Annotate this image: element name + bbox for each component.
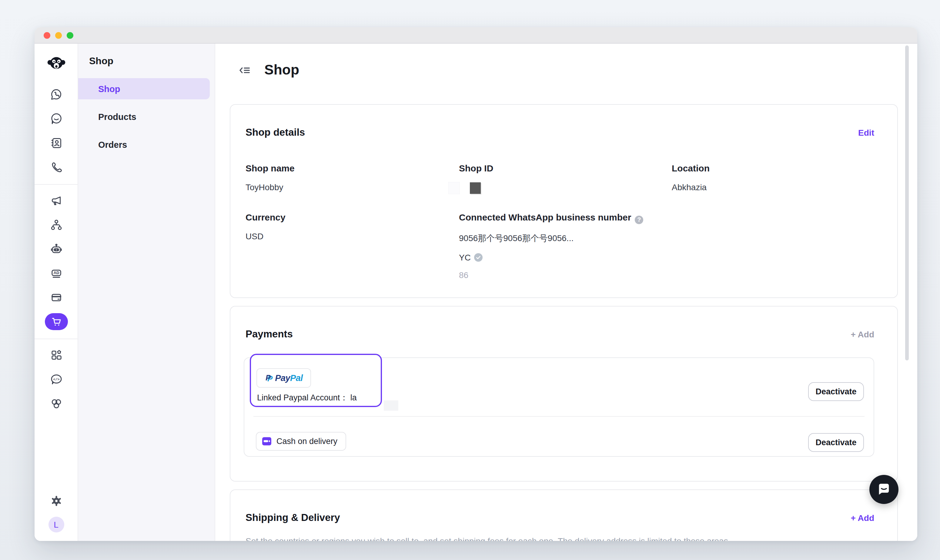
cash-on-delivery-deactivate-button[interactable]: Deactivate — [808, 433, 864, 452]
row-divider — [253, 416, 864, 417]
shipping-delivery-card: Shipping & Delivery + Add Set the countr… — [230, 489, 898, 541]
calls-phone-icon[interactable] — [44, 159, 68, 176]
whatsapp-name-text: YC — [459, 252, 471, 262]
whatsapp-number-label: Connected WhatsApp business number? — [459, 212, 643, 224]
primary-sidebar: AD — [35, 44, 78, 541]
window-titlebar — [35, 27, 917, 44]
app-window: AD — [35, 27, 917, 541]
svg-text:AD: AD — [53, 271, 59, 275]
cash-on-delivery-label: Cash on delivery — [276, 437, 337, 446]
location-label: Location — [672, 163, 710, 173]
developer-code-icon[interactable]: </> — [44, 371, 68, 388]
sidebar-item-label: Shop — [98, 84, 120, 94]
paypal-logo-chip: P P PayPal — [256, 368, 311, 388]
sidebar-section-title: Shop — [78, 56, 215, 67]
fullscreen-button[interactable] — [67, 32, 73, 38]
shipping-description: Set the countries or regions you wish to… — [245, 536, 728, 541]
user-avatar[interactable]: L — [48, 517, 64, 532]
integrations-icon[interactable] — [44, 395, 68, 412]
paypal-deactivate-button[interactable]: Deactivate — [808, 382, 864, 401]
brand-monkey-logo-icon[interactable] — [44, 54, 68, 71]
support-chat-launcher-button[interactable] — [869, 475, 898, 504]
whatsapp-number-field: Connected WhatsApp business number? 9056… — [459, 212, 643, 280]
sidebar-divider — [35, 184, 78, 185]
svg-text:</>: </> — [53, 377, 59, 381]
automation-bot-icon[interactable] — [44, 240, 68, 257]
shipping-title: Shipping & Delivery — [245, 512, 340, 523]
whatsapp-account-name: YC — [459, 252, 643, 262]
payments-card-icon[interactable] — [44, 289, 68, 306]
paypal-emblem-icon: P P — [265, 372, 274, 383]
currency-value: USD — [245, 231, 286, 241]
shop-details-card: Shop details Edit Shop name ToyHobby Sho… — [230, 104, 898, 298]
shop-name-value: ToyHobby — [245, 182, 295, 192]
chat-bubble-icon — [876, 482, 892, 497]
currency-label: Currency — [245, 212, 286, 222]
desktop-background: AD — [0, 0, 940, 560]
broadcast-megaphone-icon[interactable] — [44, 192, 68, 209]
page-title: Shop — [264, 62, 299, 78]
shop-name-label: Shop name — [245, 163, 295, 173]
paypal-wordmark: PayPal — [275, 373, 303, 383]
secondary-sidebar: Shop Shop Products Orders — [78, 44, 215, 541]
cash-on-delivery-chip: Cash on delivery — [256, 432, 346, 451]
close-button[interactable] — [44, 32, 50, 38]
contacts-icon[interactable] — [44, 134, 68, 151]
whatsapp-phone-partial: 86 — [459, 270, 643, 280]
sidebar-item-products[interactable]: Products — [78, 106, 210, 127]
cash-icon — [262, 437, 272, 446]
sidebar-item-label: Orders — [98, 140, 127, 149]
live-chat-icon[interactable] — [44, 110, 68, 127]
flow-builder-icon[interactable] — [44, 216, 68, 233]
sidebar-item-label: Products — [98, 112, 136, 122]
shop-id-field: Shop ID — [459, 163, 493, 173]
shop-id-label: Shop ID — [459, 163, 493, 173]
whatsapp-number-value: 9056那个号9056那个号9056... — [459, 233, 643, 244]
minimize-button[interactable] — [55, 32, 62, 38]
paypal-linked-account-text: Linked Paypal Account： la — [257, 392, 357, 403]
shop-details-title: Shop details — [245, 126, 305, 138]
shop-id-redacted-value — [449, 182, 481, 194]
redaction-block — [384, 400, 398, 411]
payments-card: Payments + Add Deactivate Cash — [230, 306, 898, 482]
whatsapp-channel-icon[interactable] — [44, 86, 68, 103]
whatsapp-label-text: Connected WhatsApp business number — [459, 212, 631, 222]
currency-field: Currency USD — [245, 212, 286, 241]
sidebar-divider — [35, 338, 78, 339]
help-icon[interactable]: ? — [635, 215, 643, 224]
shop-name-field: Shop name ToyHobby — [245, 163, 295, 192]
location-value: Abkhazia — [672, 182, 710, 192]
sidebar-item-shop[interactable]: Shop — [78, 78, 210, 99]
verified-badge-icon — [474, 253, 483, 262]
apps-grid-icon[interactable] — [44, 346, 68, 363]
payments-add-button[interactable]: + Add — [850, 329, 874, 339]
window-body: AD — [35, 44, 917, 541]
redaction-block — [449, 182, 460, 194]
scrollbar-thumb[interactable] — [905, 45, 909, 360]
location-field: Location Abkhazia — [672, 163, 710, 192]
commerce-cart-icon[interactable] — [45, 313, 68, 330]
settings-gear-icon[interactable] — [44, 492, 68, 509]
ads-icon[interactable]: AD — [44, 265, 68, 282]
edit-button[interactable]: Edit — [858, 128, 874, 137]
collapse-sidebar-icon[interactable] — [238, 63, 251, 77]
payments-title: Payments — [245, 328, 293, 340]
paypal-method-card[interactable]: P P PayPal Linked Paypal Account： la — [250, 354, 382, 407]
page-header: Shop — [238, 62, 299, 78]
sidebar-item-orders[interactable]: Orders — [78, 134, 210, 155]
shipping-add-button[interactable]: + Add — [850, 513, 874, 522]
svg-text:P: P — [265, 373, 271, 382]
redaction-block — [470, 182, 481, 194]
main-content: Shop Shop details Edit Shop name ToyHobb… — [215, 44, 917, 541]
